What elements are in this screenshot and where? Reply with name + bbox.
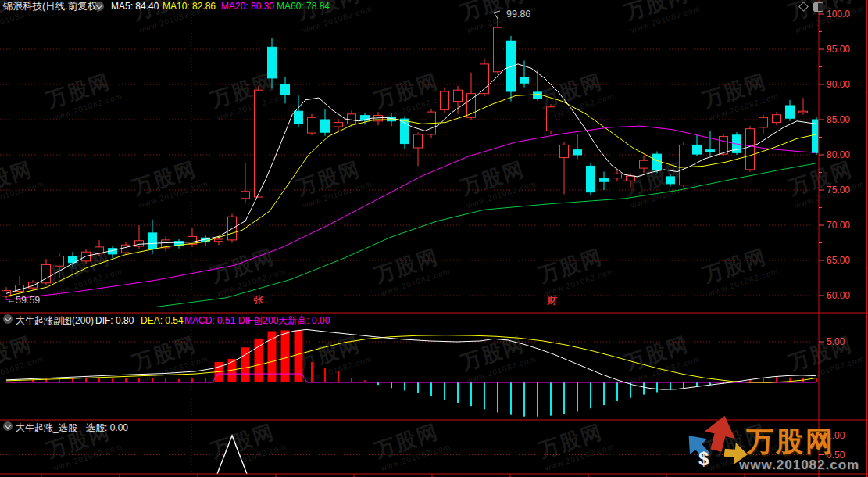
candle-body	[507, 41, 516, 91]
macd-bar	[295, 330, 303, 382]
chevron-down-icon[interactable]	[95, 2, 104, 11]
ma-line-ma10	[6, 95, 816, 296]
candle-body	[759, 117, 768, 127]
macd-bar	[178, 379, 180, 382]
macd-bar	[523, 382, 525, 417]
candle-body	[148, 233, 157, 249]
candle-body	[348, 114, 356, 124]
candle-body	[494, 27, 502, 72]
ma-label-ma10: MA10: 82.86	[163, 1, 216, 12]
stock-title: 锦浪科技(日线.前复权)	[3, 1, 100, 12]
y-axis-label: 5.00	[827, 336, 845, 347]
macd-bar	[98, 378, 100, 382]
panel2-stat-macd: MACD: 0.51	[184, 315, 235, 326]
candle-body	[414, 134, 423, 148]
candle-body	[281, 84, 290, 95]
candle-body	[746, 129, 755, 170]
panel3-title: 大牛起涨_选股	[16, 422, 77, 433]
candle-body	[454, 90, 463, 101]
candle-body	[706, 150, 715, 152]
macd-bar	[112, 378, 113, 382]
signal-line	[6, 374, 816, 382]
macd-bar	[537, 382, 538, 417]
macd-bar	[603, 382, 605, 405]
macd-bar	[763, 378, 764, 382]
candle-body	[547, 107, 555, 131]
ma-label-ma20: MA20: 80.30	[221, 1, 274, 12]
candle-body	[534, 92, 542, 99]
macd-bar	[205, 378, 206, 382]
macd-bar	[497, 382, 498, 412]
candle-body	[560, 145, 569, 157]
macd-bar	[616, 382, 618, 401]
panel3-chevron-icon[interactable]	[3, 421, 13, 431]
macd-bar	[338, 371, 339, 382]
logo-arrow-blue-icon	[680, 428, 715, 463]
macd-bar	[563, 382, 565, 414]
y-axis-label: 90.00	[827, 79, 850, 90]
macd-bar	[430, 382, 432, 396]
candle-body	[587, 166, 595, 192]
macd-bar	[550, 382, 552, 416]
chart-marker: 张	[253, 295, 263, 306]
watermark-url: www.201082.com	[739, 457, 859, 473]
y-axis-label: 95.00	[827, 44, 850, 55]
high-arrow-icon	[494, 11, 500, 19]
candle-body	[241, 192, 250, 199]
chart-canvas[interactable]	[0, 0, 868, 477]
candle-body	[653, 154, 662, 170]
split-window-icon[interactable]	[813, 2, 823, 12]
macd-bar	[351, 378, 352, 382]
panel2-chevron-icon[interactable]	[3, 314, 13, 324]
macd-bar	[125, 378, 127, 382]
y-axis-label: 75.00	[827, 185, 850, 195]
macd-bar	[165, 378, 166, 382]
macd-bar	[630, 382, 631, 398]
ma-label-ma5: MA5: 84.40	[111, 1, 159, 12]
macd-bar	[457, 382, 459, 403]
candle-body	[680, 145, 688, 185]
ma-line-ma5	[6, 64, 816, 293]
panel2-stat-dea: DEA: 0.54	[141, 315, 184, 326]
candle-body	[321, 120, 330, 132]
candle-body	[627, 176, 635, 181]
candle-body	[666, 177, 675, 184]
low-price-annotation: 59.59	[16, 295, 40, 306]
dea-line	[6, 335, 816, 383]
macd-bar	[590, 382, 591, 408]
macd-bar	[643, 382, 645, 395]
y-axis-label: 60.00	[827, 290, 850, 301]
candle-body	[268, 47, 277, 78]
y-axis-label: 80.00	[827, 149, 850, 160]
candle-body	[799, 111, 808, 113]
macd-bar	[191, 378, 193, 382]
low-arrow-icon: ←	[6, 295, 16, 306]
macd-bar	[683, 382, 684, 388]
macd-bar	[391, 382, 392, 388]
macd-bar	[417, 382, 419, 393]
candle-body	[308, 117, 316, 133]
candle-body	[693, 145, 702, 154]
candle-body	[600, 179, 609, 182]
macd-bar	[776, 377, 777, 382]
macd-bar	[470, 382, 472, 406]
macd-bar	[696, 382, 698, 386]
macd-bar	[816, 378, 817, 382]
macd-bar	[510, 382, 512, 415]
macd-bar	[444, 382, 445, 400]
macd-bar	[484, 382, 485, 409]
candle-body	[135, 241, 144, 246]
candle-body	[520, 77, 529, 83]
macd-bar	[577, 382, 578, 411]
candle-body	[640, 160, 648, 168]
y-axis-label: 85.00	[827, 114, 850, 125]
macd-bar	[656, 382, 658, 392]
panel2-title: 大牛起涨副图(200)	[16, 315, 94, 326]
candle-body	[295, 111, 303, 124]
candle-body	[786, 106, 795, 118]
panel2-stat-dif: DIF: 0.80	[95, 315, 134, 326]
y-axis-label: 65.00	[827, 255, 850, 266]
app-window: 万股网www.201082.com万股网www.201082.com万股网www…	[0, 0, 868, 477]
ma-label-ma60: MA60: 78.84	[277, 1, 330, 12]
signal-spike	[217, 436, 247, 474]
